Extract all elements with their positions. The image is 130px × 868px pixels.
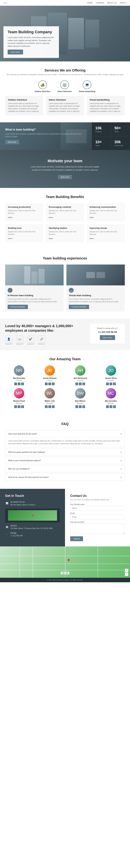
phone-text: +1 212-456-789 xyxy=(10,534,23,537)
map-city-label: New York xyxy=(61,572,69,574)
social-in-5[interactable]: in xyxy=(52,405,55,408)
stat-community-num: 30k xyxy=(115,140,127,144)
contact-left-title: Get in Touch xyxy=(5,494,60,498)
faq-question-0[interactable]: How much lead time do we need? ∧ xyxy=(5,430,125,437)
nav-landing[interactable]: LANDING xyxy=(96,2,104,4)
social-tw-4[interactable]: t xyxy=(18,405,20,408)
form-message-textarea[interactable] xyxy=(70,524,125,534)
social-fb-6[interactable]: f xyxy=(75,405,78,408)
contact-info-chart: 📊 52 CHART TO US We are always open to a… xyxy=(5,501,60,506)
services-subtitle: We develop an individual integrated solu… xyxy=(5,73,125,75)
social-in-1[interactable]: in xyxy=(52,382,55,385)
social-tw-3[interactable]: t xyxy=(110,382,112,385)
hero-content: Team Building Company Lorem ipsum dolor … xyxy=(3,26,59,58)
faq-item-4: How do we choose the best event for our … xyxy=(5,473,125,481)
social-tw-5[interactable]: t xyxy=(48,405,51,408)
contact-icon-person: 👤 xyxy=(5,336,12,342)
what-learn-more-button[interactable]: learn more xyxy=(5,140,19,144)
benefit-link-5[interactable]: more xyxy=(90,238,94,240)
form-name-label: Your friendly name xyxy=(70,503,125,505)
exp-inperson-btn[interactable]: In-Person Activities xyxy=(8,305,28,309)
benefit-text-3: Sample text. Click to select the Text El… xyxy=(8,230,40,236)
benefit-link-3[interactable]: more xyxy=(8,238,12,240)
benefit-title-3: Building trust xyxy=(8,227,40,229)
avatar-walter-lilly: WL xyxy=(45,388,55,399)
experiences-title: Team building experiences xyxy=(5,256,125,260)
motivate-btn[interactable]: learn more xyxy=(58,175,72,179)
team-grid: NR Nat Reynolds Founder f t in JR Jennie… xyxy=(5,365,125,408)
nav-home[interactable]: HOME xyxy=(87,2,93,4)
nav-page4[interactable]: PAGE 4 xyxy=(120,2,127,4)
exp-virtual-text: Lorem ipsum dolor sit amet, consectetur … xyxy=(69,298,122,303)
form-email-input[interactable] xyxy=(70,515,125,520)
social-fb-7[interactable]: f xyxy=(106,405,109,408)
benefit-title-0: Increasing productivity xyxy=(8,206,40,208)
stat-years-num: 10+ xyxy=(95,140,107,144)
sc-virtual-text: Lorem ipsum dolor is reproduced in in cu… xyxy=(90,102,122,113)
social-fb-0[interactable]: f xyxy=(14,382,17,385)
contact-icon-book: 📖 xyxy=(16,336,23,342)
social-in-4[interactable]: in xyxy=(21,405,24,408)
social-in-7[interactable]: in xyxy=(113,405,116,408)
hero-cta-button[interactable]: learn more xyxy=(8,50,23,55)
stat-years-label: Years xyxy=(95,145,107,147)
benefit-link-1[interactable]: more xyxy=(49,216,53,218)
what-left-panel: What is team building? Lorem ipsum dolor… xyxy=(0,122,92,150)
member-social-0: f t in xyxy=(5,382,33,385)
exp-virtual-btn[interactable]: In-Person Activities xyxy=(69,305,89,309)
social-fb-2[interactable]: f xyxy=(75,382,78,385)
faq-question-2[interactable]: What is your menu/restaurant options? ∨ xyxy=(5,457,125,464)
service-card-indoor: Indoor Adventure Lorem ipsum dolor is re… xyxy=(46,96,84,115)
faq-title: FAQ xyxy=(5,422,125,426)
social-tw-6[interactable]: t xyxy=(79,405,82,408)
form-name-input[interactable] xyxy=(70,506,125,510)
member-name-5: Walter Lilly xyxy=(36,400,64,402)
social-in-3[interactable]: in xyxy=(113,382,116,385)
loved-btn[interactable]: learn more xyxy=(100,335,115,340)
social-fb-1[interactable]: f xyxy=(45,382,48,385)
sc-outdoor-text: Lorem ipsum dolor is reproduced in in cu… xyxy=(8,102,40,113)
loved-phone: +1 213 333 66 55 xyxy=(94,331,121,333)
motivate-title: Motivate your team xyxy=(5,159,125,163)
social-fb-3[interactable]: f xyxy=(106,382,109,385)
contact-info-phone: 📞 PHONE +1 212-456-789 xyxy=(5,532,60,537)
contact-icon-label-1: CONTACT xyxy=(16,343,24,345)
benefit-link-0[interactable]: more xyxy=(8,216,12,218)
motivate-section: Motivate your team Lorem ipsum dolor sit… xyxy=(0,150,130,188)
benefit-link-2[interactable]: more xyxy=(90,216,94,218)
footer: © 2024 Team Building Company. All rights… xyxy=(0,578,130,582)
faq-question-3[interactable]: Who are your facilitators? ∨ xyxy=(5,465,125,472)
form-submit-button[interactable]: Submit xyxy=(70,536,83,541)
team-member-1: JR Jennie Roberts Founder f t in xyxy=(36,365,64,385)
benefit-title-4: Identifying leaders xyxy=(49,227,81,229)
what-stats-panel: 10k Projects 50+ Team 10+ Years 30k Comm… xyxy=(92,122,130,150)
social-tw-7[interactable]: t xyxy=(110,405,112,408)
form-name-group: Your friendly name xyxy=(70,503,125,510)
contact-icon-label-2: CONTACT xyxy=(27,343,35,345)
exp-inperson-title: In-Person team building xyxy=(8,294,61,297)
nav-about[interactable]: ABOUT US xyxy=(107,2,117,4)
faq-question-1[interactable]: What are great questions for team buildi… xyxy=(5,448,125,456)
social-in-0[interactable]: in xyxy=(21,382,24,385)
member-name-1: Jennie Roberts xyxy=(36,377,64,379)
map-zoom-in[interactable]: + xyxy=(125,569,128,572)
team-member-3: JO James Oliver Founder f t in xyxy=(97,365,125,385)
benefit-link-4[interactable]: more xyxy=(49,238,53,240)
service-card-virtual: Virtual teambuilding Lorem ipsum dolor i… xyxy=(87,96,125,115)
social-tw-2[interactable]: t xyxy=(79,382,82,385)
member-role-2: Founder xyxy=(67,379,94,381)
team-title: Our Amazing Team xyxy=(5,357,125,361)
benefit-text-1: Sample text. Click to select the Text El… xyxy=(49,209,81,215)
map-zoom-out[interactable]: − xyxy=(125,572,128,576)
social-fb-4[interactable]: f xyxy=(14,405,17,408)
outdoor-label: Outdoor Adventure xyxy=(35,91,50,92)
social-in-2[interactable]: in xyxy=(82,382,85,385)
social-in-6[interactable]: in xyxy=(82,405,85,408)
loved-cta-text: Ready to speak with us? xyxy=(94,327,121,329)
faq-question-4[interactable]: How do we choose the best event for our … xyxy=(5,474,125,480)
team-member-5: WL Walter Lilly Manager f t in xyxy=(36,388,64,408)
social-tw-1[interactable]: t xyxy=(48,382,51,385)
social-tw-0[interactable]: t xyxy=(18,382,20,385)
contact-icon-link: 🔗 xyxy=(38,336,45,342)
social-fb-5[interactable]: f xyxy=(45,405,48,408)
